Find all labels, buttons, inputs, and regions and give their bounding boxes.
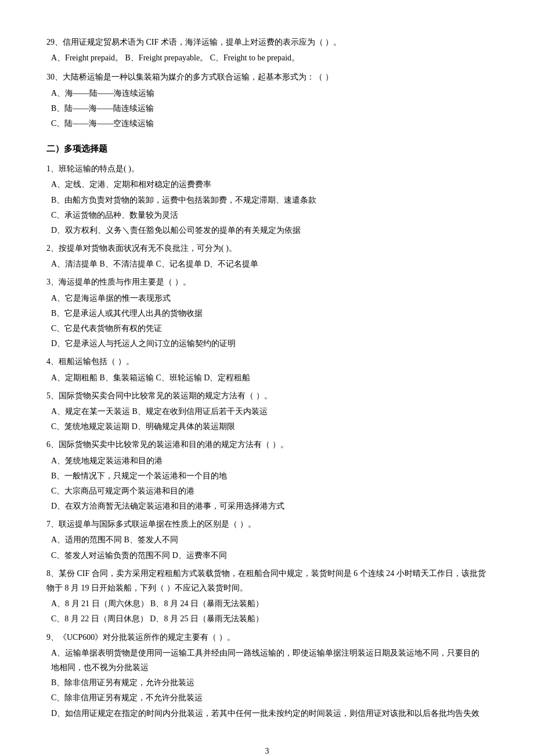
- mq6-text: 6、国际货物买卖中比较常见的装运港和目的港的规定方法有（ ）。: [46, 437, 488, 452]
- mq3-option-b: B、它是承运人或其代理人出具的货物收据: [51, 306, 488, 321]
- mq9-option-d: D、如信用证规定在指定的时间内分批装运，若其中任何一批未按约定的时间装运，则信用…: [51, 706, 488, 721]
- question-29-options: A、Freight prepaid。 B、Freight prepayable。…: [51, 51, 488, 65]
- mq1-option-b: B、由船方负责对货物的装卸，运费中包括装卸费，不规定滞期、速遣条款: [51, 193, 488, 207]
- mq7: 7、联运提单与国际多式联运单据在性质上的区别是（ ）。 A、适用的范围不同 B、…: [46, 517, 488, 563]
- mq8-text: 8、某份 CIF 合同，卖方采用定程租船方式装载货物，在租船合同中规定，装货时间…: [46, 566, 488, 595]
- mq2-text: 2、按提单对货物表面状况有无不良批注，可分为( )。: [46, 241, 488, 255]
- mq3-option-a: A、它是海运单据的惟一表现形式: [51, 291, 488, 305]
- mq1-option-d: D、双方权利、义务＼责任豁免以船公司签发的提单的有关规定为依据: [51, 223, 488, 237]
- mq3-option-d: D、它是承运人与托运人之间订立的运输契约的证明: [51, 336, 488, 351]
- q30-option-a: A、海——陆——海连续运输: [51, 86, 488, 100]
- mq1-option-a: A、定线、定港、定期和相对稳定的运费费率: [51, 177, 488, 192]
- mq4: 4、租船运输包括（ ）。 A、定期租船 B、集装箱运输 C、班轮运输 D、定程租…: [46, 354, 488, 384]
- page-number: 3: [46, 744, 488, 756]
- mq6-option-d: D、在双方洽商暂无法确定装运港和目的港事，可采用选择港方式: [51, 499, 488, 513]
- mq1-text: 1、班轮运输的特点是( )。: [46, 161, 488, 176]
- mq4-options: A、定期租船 B、集装箱运输 C、班轮运输 D、定程租船: [51, 370, 488, 385]
- mq7-option-ab: A、适用的范围不同 B、签发人不同: [51, 532, 488, 547]
- question-30: 30、大陆桥运输是一种以集装箱为媒介的多方式联合运输，起基本形式为：（ ） A、…: [46, 70, 488, 131]
- mq6-option-c: C、大宗商品可规定两个装运港和目的港: [51, 484, 488, 498]
- mq4-text: 4、租船运输包括（ ）。: [46, 354, 488, 369]
- page-container: 29、信用证规定贸易术语为 CIF 术语，海洋运输，提单上对运费的表示应为（ ）…: [0, 0, 534, 756]
- mq9-text: 9、《UCP600》对分批装运所作的规定主要有（ ）。: [46, 630, 488, 645]
- mq3: 3、海运提单的性质与作用主要是（ ）。 A、它是海运单据的惟一表现形式 B、它是…: [46, 275, 488, 351]
- question-29-text: 29、信用证规定贸易术语为 CIF 术语，海洋运输，提单上对运费的表示应为（ ）…: [46, 35, 488, 49]
- mq3-text: 3、海运提单的性质与作用主要是（ ）。: [46, 275, 488, 289]
- mq6-option-b: B、一般情况下，只规定一个装运港和一个目的地: [51, 469, 488, 483]
- mq7-option-cd: C、签发人对运输负责的范围不同 D、运费率不同: [51, 548, 488, 563]
- mq9: 9、《UCP600》对分批装运所作的规定主要有（ ）。 A、运输单据表明货物是使…: [46, 630, 488, 721]
- mq5-text: 5、国际货物买卖合同中比较常见的装运期的规定方法有（ ）。: [46, 388, 488, 403]
- mq1: 1、班轮运输的特点是( )。 A、定线、定港、定期和相对稳定的运费费率 B、由船…: [46, 161, 488, 237]
- question-29: 29、信用证规定贸易术语为 CIF 术语，海洋运输，提单上对运费的表示应为（ ）…: [46, 35, 488, 65]
- mq9-option-c: C、除非信用证另有规定，不允许分批装运: [51, 690, 488, 705]
- mq9-option-a: A、运输单据表明货物是使用同一运输工具并经由同一路线运输的，即使运输单据注明装运…: [51, 646, 488, 675]
- mq3-option-c: C、它是代表货物所有权的凭证: [51, 321, 488, 336]
- mq5-option-cd: C、笼统地规定装运期 D、明确规定具体的装运期限: [51, 419, 488, 434]
- q30-option-c: C、陆——海——空连续运输: [51, 116, 488, 131]
- mq2: 2、按提单对货物表面状况有无不良批注，可分为( )。 A、清洁提单 B、不清洁提…: [46, 241, 488, 271]
- section2-title: 二）多项选择题: [46, 141, 488, 157]
- mq8-option-ab: A、8 月 21 日（周六休息） B、8 月 24 日（暴雨无法装船）: [51, 596, 488, 611]
- q30-option-b: B、陆——海——陆连续运输: [51, 101, 488, 116]
- mq1-option-c: C、承运货物的品种、数量较为灵活: [51, 208, 488, 222]
- mq7-text: 7、联运提单与国际多式联运单据在性质上的区别是（ ）。: [46, 517, 488, 531]
- mq5: 5、国际货物买卖合同中比较常见的装运期的规定方法有（ ）。 A、规定在某一天装运…: [46, 388, 488, 434]
- mq8-option-cd: C、8 月 22 日（周日休息） D、8 月 25 日（暴雨无法装船）: [51, 611, 488, 626]
- mq9-option-b: B、除非信用证另有规定，允许分批装运: [51, 675, 488, 690]
- question-30-text: 30、大陆桥运输是一种以集装箱为媒介的多方式联合运输，起基本形式为：（ ）: [46, 70, 488, 84]
- mq6-option-a: A、笼统地规定装运港和目的港: [51, 453, 488, 468]
- mq2-options: A、清洁提单 B、不清洁提单 C、记名提单 D、不记名提单: [51, 257, 488, 271]
- mq5-option-ab: A、规定在某一天装运 B、规定在收到信用证后若干天内装运: [51, 404, 488, 419]
- mq8: 8、某份 CIF 合同，卖方采用定程租船方式装载货物，在租船合同中规定，装货时间…: [46, 566, 488, 627]
- mq6: 6、国际货物买卖中比较常见的装运港和目的港的规定方法有（ ）。 A、笼统地规定装…: [46, 437, 488, 513]
